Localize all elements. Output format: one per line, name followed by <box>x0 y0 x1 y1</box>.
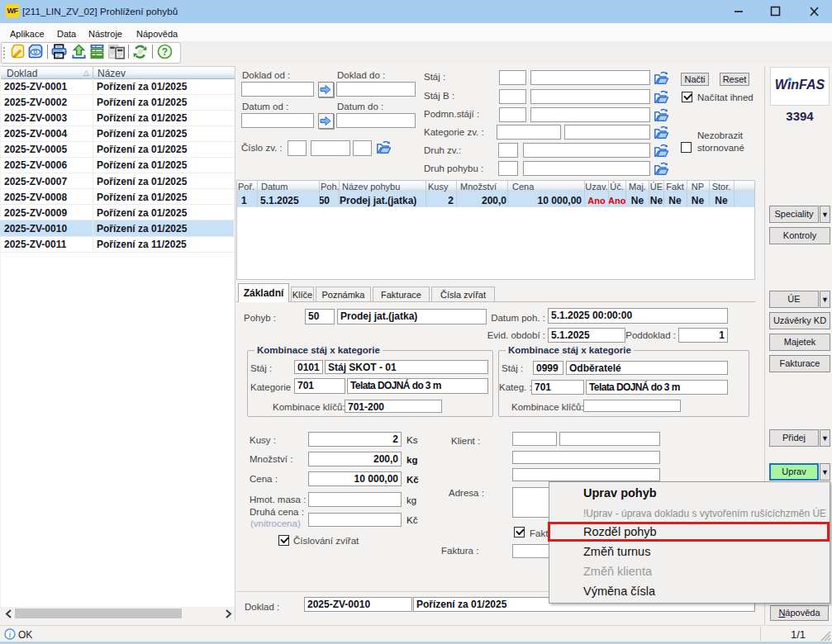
svg-text:i: i <box>9 630 12 639</box>
svg-text:?: ? <box>162 46 168 58</box>
